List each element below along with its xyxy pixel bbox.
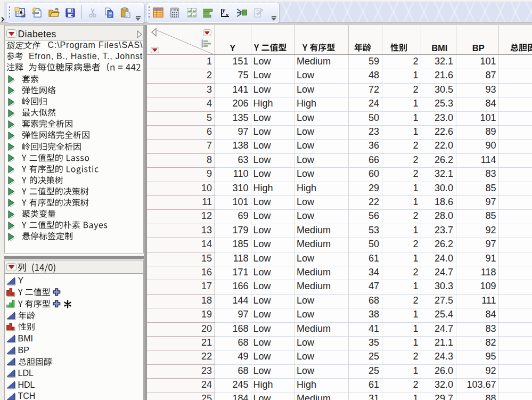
svg-text:y: y: [222, 7, 226, 14]
svg-text:x: x: [225, 11, 229, 19]
